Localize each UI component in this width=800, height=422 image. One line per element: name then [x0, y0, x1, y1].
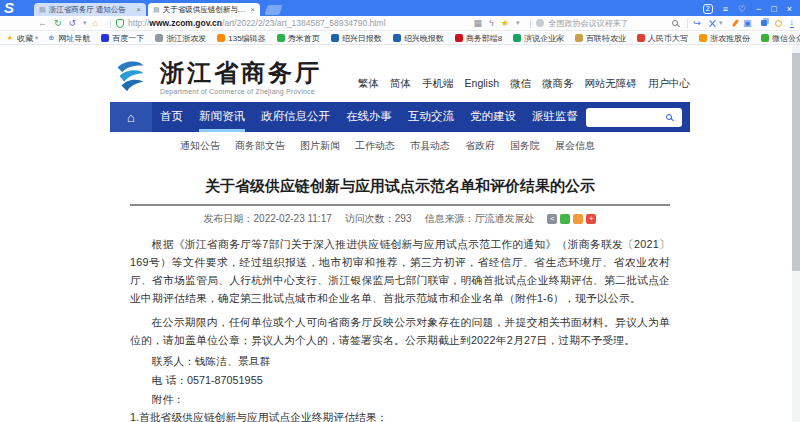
new-tab-button[interactable]	[264, 5, 282, 15]
url-scheme: http://	[128, 18, 149, 28]
minimize-icon[interactable]: −	[756, 4, 761, 14]
utility-link[interactable]: 网站无障碍	[585, 77, 638, 91]
address-bar[interactable]: http://www.zcom.gov.cn/art/2022/2/23/art…	[128, 18, 386, 28]
back-icon[interactable]: ←	[38, 17, 47, 30]
bookmark-item[interactable]: ★ 收藏 ▾	[6, 33, 38, 44]
bookmark-label: 商务部端8	[466, 33, 502, 44]
attachments-label: 附件：	[130, 393, 670, 406]
subnav-item[interactable]: 展会信息	[555, 139, 595, 153]
utility-link[interactable]: 用户中心	[648, 77, 690, 91]
utility-link[interactable]: 微商务	[542, 77, 574, 91]
tab-title: 关于省级供应链创新与…	[163, 5, 248, 15]
nav-search-box[interactable]	[586, 108, 682, 127]
share-icon[interactable]: <	[547, 214, 557, 224]
browser-tab[interactable]: ▤ 浙江省商务厅 通知公告 ×	[34, 3, 146, 16]
attachment-item[interactable]: 1.首批省级供应链创新与应用试点企业终期评估结果；	[130, 411, 670, 422]
bookmark-item[interactable]: 绍兴日报数	[331, 33, 384, 44]
window-count-badge[interactable]: 2	[703, 4, 713, 14]
nav-item[interactable]: 在线办事	[346, 102, 392, 132]
subnav-item[interactable]: 市县动态	[410, 139, 450, 153]
browser-titlebar: S ▤ 浙江省商务厅 通知公告 × ▤ 关于省级供应链创新与… × 2 ≡ ♡	[0, 0, 800, 16]
bookmark-item[interactable]: 百度一下	[101, 33, 146, 44]
bookmark-item[interactable]: 浙农推股份	[699, 33, 752, 44]
article-paragraph-2: 在公示期限内，任何单位或个人可向省商务厅反映公示对象存在的问题，并提交相关书面材…	[130, 313, 670, 349]
browser-tab[interactable]: ▤ 关于省级供应链创新与… ×	[148, 3, 260, 16]
bookmarks-overflow-icon[interactable]: »	[790, 33, 795, 43]
more-share-icon[interactable]: +	[586, 214, 596, 224]
tab-close-icon[interactable]: ×	[136, 5, 141, 14]
page-favicon-icon: ▤	[153, 6, 160, 14]
menu-icon[interactable]: ≡	[723, 4, 728, 14]
subnav-item[interactable]: 图片新闻	[300, 139, 340, 153]
scrollbar-thumb[interactable]	[792, 53, 800, 271]
bookmarks-bar: ★ 收藏 ▾ ⊕ 网址导航 百度一下 浙江浙农发	[0, 32, 800, 45]
subnav-item[interactable]: 国务院	[510, 139, 540, 153]
scissors-caret-icon[interactable]: ▾	[719, 19, 723, 27]
lightning-icon[interactable]: ϟ	[489, 17, 494, 30]
subnav-item[interactable]: 商务部文告	[235, 139, 285, 153]
nav-item[interactable]: 派驻监督	[532, 102, 578, 132]
close-icon[interactable]: ×	[787, 4, 792, 14]
history-icon[interactable]: ↺	[69, 17, 77, 30]
skin-icon[interactable]: ♡	[738, 4, 746, 14]
bookmark-item[interactable]: 演说企业家	[513, 33, 566, 44]
subnav-item[interactable]: 通知公告	[180, 139, 220, 153]
bookmark-label: 演说企业家	[524, 33, 564, 44]
bookmark-favicon-icon: ⊕	[47, 34, 55, 42]
apps-grid-icon[interactable]: ▦	[474, 17, 483, 30]
history-caret-icon[interactable]: ▾	[83, 19, 87, 27]
bookmark-item[interactable]: 秀米首页	[277, 33, 322, 44]
nav-item[interactable]: 政府信息公开	[261, 102, 330, 132]
tabs-stack-icon[interactable]	[761, 20, 767, 26]
utility-link[interactable]: 微信	[510, 77, 531, 91]
qzone-icon[interactable]	[573, 214, 583, 224]
refresh-icon[interactable]: ↻	[54, 17, 62, 30]
tab-close-icon[interactable]: ×	[250, 5, 255, 14]
subnav-item[interactable]: 省政府	[465, 139, 495, 153]
bookmark-item[interactable]: 浙江浙农发	[155, 33, 208, 44]
window-controls: 2 ≡ ♡ − □ ×	[703, 4, 800, 16]
search-icon[interactable]	[672, 20, 678, 26]
login-icon[interactable]: ↪	[693, 17, 701, 30]
bookmark-item[interactable]: 135编辑器	[217, 33, 267, 44]
bookmark-item[interactable]: 商务部端8	[455, 33, 504, 44]
site-logo-icon	[110, 58, 150, 96]
download-icon[interactable]: ↓	[790, 18, 795, 28]
bookmark-favicon-icon	[699, 34, 707, 42]
nav-item[interactable]: 党的建设	[470, 102, 516, 132]
nav-item[interactable]: 首页	[160, 102, 183, 132]
bookmark-item[interactable]: 绍兴晚报数	[393, 33, 446, 44]
search-engine-icon[interactable]	[536, 19, 544, 27]
wechat-icon[interactable]	[560, 214, 570, 224]
security-shield-icon[interactable]	[116, 19, 124, 28]
utility-link[interactable]: 手机端	[422, 77, 454, 91]
bookmark-label: 百联特农业	[586, 33, 626, 44]
plugin-icon[interactable]: ▣	[743, 17, 752, 30]
nav-item[interactable]: 互动交流	[408, 102, 454, 132]
browser-search-box[interactable]: 全国政协会议议程来了	[548, 18, 668, 29]
home-icon[interactable]: ⌂	[93, 17, 98, 30]
site-name-block: 浙江省商务厅 Department of Commerce of Zhejian…	[160, 60, 322, 95]
bookmark-label: 网址导航	[58, 33, 90, 44]
ring-icon[interactable]	[775, 20, 782, 27]
star-caret-icon[interactable]: ▾	[516, 19, 520, 27]
nav-search-icon[interactable]	[666, 114, 672, 120]
scrollbar-track[interactable]	[792, 45, 800, 422]
brush-icon[interactable]	[732, 19, 739, 27]
scissors-icon[interactable]	[708, 19, 717, 28]
nav-item[interactable]: 新闻资讯	[199, 102, 245, 132]
maximize-icon[interactable]: □	[771, 4, 776, 14]
favorites-star-icon[interactable]: ★	[501, 17, 509, 30]
subnav-item[interactable]: 工作动态	[355, 139, 395, 153]
article-meta: 发布日期：2022-02-23 11:17 访问次数：293 信息来源：厅流通发…	[130, 212, 670, 226]
bookmark-item[interactable]: 人民币大写	[637, 33, 690, 44]
toolbar-right-cluster: ▦ ϟ ★ ▾ 全国政协会议议程来了 ↪ ▾ ▣ ↓	[474, 17, 794, 30]
toolbar-divider	[530, 19, 531, 28]
utility-link[interactable]: 繁体	[358, 77, 379, 91]
utility-link[interactable]: English	[465, 77, 499, 91]
bookmark-item[interactable]: ⊕ 网址导航	[47, 33, 92, 44]
utility-link[interactable]: 简体	[390, 77, 411, 91]
nav-home-icon[interactable]: ⌂	[110, 102, 152, 132]
bookmark-item[interactable]: 百联特农业	[575, 33, 628, 44]
nav-search-input[interactable]	[590, 110, 662, 125]
